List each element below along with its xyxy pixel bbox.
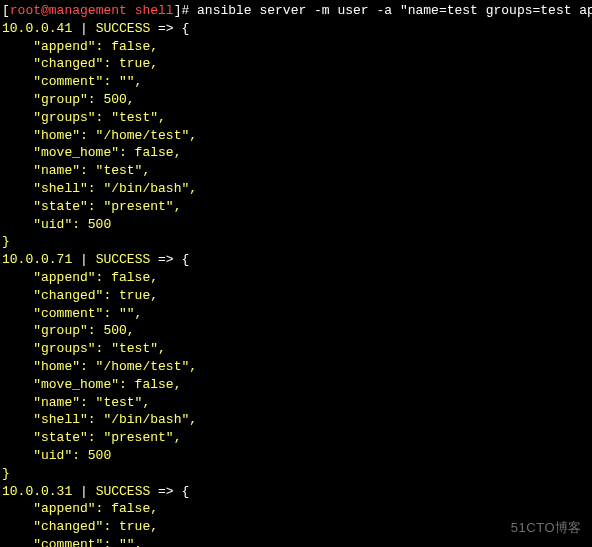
brace-open: => { [150, 484, 189, 499]
output-line: "append": false, [2, 270, 166, 285]
brace-close: } [2, 466, 10, 481]
host-status: SUCCESS [96, 484, 151, 499]
output-line: "home": "/home/test", [2, 128, 205, 143]
output-line: "group": 500, [2, 92, 142, 107]
sep: | [72, 484, 95, 499]
terminal-output: [root@management shell]# ansible server … [0, 0, 592, 547]
host-ip: 10.0.0.41 [2, 21, 72, 36]
output-line: "group": 500, [2, 323, 142, 338]
output-line: "home": "/home/test", [2, 359, 205, 374]
prompt-user-host: root@management shell [10, 3, 174, 18]
output-line: "state": "present", [2, 199, 189, 214]
command-text: ansible server -m user -a "name=test gro… [197, 3, 592, 18]
host-ip: 10.0.0.71 [2, 252, 72, 267]
output-line: "comment": "", [2, 537, 150, 547]
prompt-bracket-close: ]# [174, 3, 197, 18]
output-line: "shell": "/bin/bash", [2, 412, 205, 427]
output-line: "append": false, [2, 39, 166, 54]
output-line: "name": "test", [2, 163, 158, 178]
output-line: "changed": true, [2, 519, 166, 534]
sep: | [72, 252, 95, 267]
output-line: "move_home": false, [2, 377, 189, 392]
output-line: "comment": "", [2, 306, 150, 321]
output-line: "groups": "test", [2, 341, 174, 356]
sep: | [72, 21, 95, 36]
output-line: "uid": 500 [2, 448, 111, 463]
brace-open: => { [150, 21, 189, 36]
brace-open: => { [150, 252, 189, 267]
host-status: SUCCESS [96, 252, 151, 267]
watermark: 51CTO博客 [511, 519, 582, 537]
host-status: SUCCESS [96, 21, 151, 36]
output-line: "state": "present", [2, 430, 189, 445]
output-line: "changed": true, [2, 288, 166, 303]
output-line: "changed": true, [2, 56, 166, 71]
output-line: "append": false, [2, 501, 166, 516]
brace-close: } [2, 234, 10, 249]
output-line: "uid": 500 [2, 217, 111, 232]
output-line: "move_home": false, [2, 145, 189, 160]
output-line: "comment": "", [2, 74, 150, 89]
host-ip: 10.0.0.31 [2, 484, 72, 499]
output-line: "groups": "test", [2, 110, 174, 125]
prompt-bracket-open: [ [2, 3, 10, 18]
output-line: "name": "test", [2, 395, 158, 410]
output-line: "shell": "/bin/bash", [2, 181, 205, 196]
